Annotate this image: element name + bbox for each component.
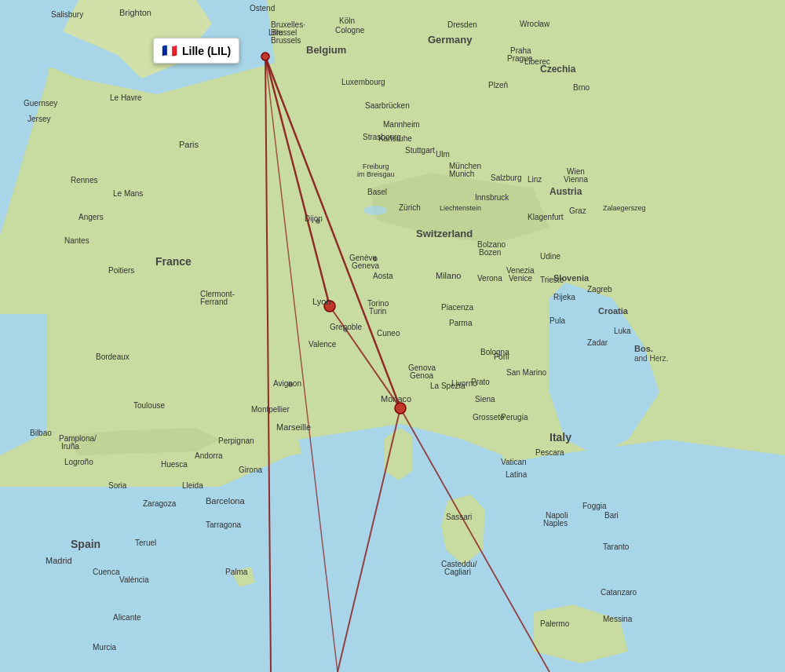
svg-text:Forlì: Forlì	[494, 352, 509, 361]
svg-text:Croatia: Croatia	[598, 306, 629, 316]
svg-text:Graz: Graz	[569, 206, 586, 215]
svg-text:Basel: Basel	[367, 188, 387, 196]
svg-text:Monaco: Monaco	[381, 394, 411, 404]
svg-text:Bozen: Bozen	[479, 248, 501, 257]
svg-text:Linz: Linz	[528, 175, 542, 184]
svg-text:Luka: Luka	[614, 327, 631, 335]
svg-text:Zalaegerszeg: Zalaegerszeg	[603, 204, 646, 212]
svg-text:San Marino: San Marino	[506, 368, 547, 377]
svg-text:Freiburg: Freiburg	[363, 163, 389, 170]
svg-text:Belgium: Belgium	[306, 44, 346, 56]
svg-text:Alicante: Alicante	[113, 613, 141, 622]
svg-text:Pula: Pula	[550, 316, 565, 325]
svg-text:Mannheim: Mannheim	[383, 120, 420, 129]
svg-text:Wrocław: Wrocław	[520, 20, 550, 28]
svg-text:Lleida: Lleida	[182, 481, 203, 490]
svg-text:Cagliari: Cagliari	[444, 568, 471, 576]
svg-text:Spain: Spain	[71, 538, 100, 550]
svg-text:Geneva: Geneva	[352, 261, 379, 270]
svg-text:Jersey: Jersey	[27, 115, 50, 123]
svg-text:Cuneo: Cuneo	[377, 329, 400, 338]
svg-text:Saarbrücken: Saarbrücken	[365, 101, 410, 110]
svg-text:Messina: Messina	[603, 615, 633, 623]
svg-text:Plzeň: Plzeň	[488, 81, 508, 89]
svg-text:Milano: Milano	[436, 271, 461, 280]
airport-name: Lille (LIL)	[182, 45, 231, 57]
svg-text:Switzerland: Switzerland	[416, 228, 473, 239]
svg-text:Palermo: Palermo	[540, 619, 570, 628]
svg-text:Bilbao: Bilbao	[30, 429, 52, 437]
svg-text:Cologne: Cologne	[335, 26, 365, 35]
svg-text:Perpignan: Perpignan	[218, 436, 254, 445]
svg-text:Salzburg: Salzburg	[491, 173, 521, 182]
svg-text:Piacenza: Piacenza	[441, 303, 474, 312]
svg-text:Valence: Valence	[309, 340, 337, 349]
svg-text:Zürich: Zürich	[399, 203, 421, 212]
svg-text:Avignon: Avignon	[273, 379, 301, 388]
svg-point-1	[363, 206, 387, 215]
svg-text:Pescara: Pescara	[535, 448, 564, 457]
svg-text:Sassari: Sassari	[446, 513, 472, 521]
svg-text:Tarragona: Tarragona	[206, 520, 241, 529]
svg-text:Austria: Austria	[550, 186, 582, 197]
svg-text:Brno: Brno	[573, 83, 590, 92]
svg-text:Le Mans: Le Mans	[113, 189, 143, 198]
svg-text:Grenoble: Grenoble	[330, 323, 363, 331]
svg-text:Cuenca: Cuenca	[93, 568, 120, 576]
svg-text:Zagreb: Zagreb	[587, 285, 612, 294]
svg-text:Paris: Paris	[179, 140, 199, 149]
svg-text:Rijeka: Rijeka	[553, 293, 575, 301]
svg-text:France: France	[155, 255, 192, 268]
svg-text:Innsbruck: Innsbruck	[475, 193, 509, 202]
map-svg: Brighton Salisbury Ostend Köln Cologne D…	[0, 0, 785, 672]
svg-text:Brighton: Brighton	[119, 8, 152, 17]
svg-text:Palma: Palma	[225, 568, 248, 576]
svg-text:Stuttgart: Stuttgart	[405, 146, 435, 155]
svg-text:Naples: Naples	[543, 519, 568, 528]
svg-text:Bari: Bari	[604, 511, 619, 520]
svg-text:Barcelona: Barcelona	[206, 496, 245, 506]
svg-text:Angers: Angers	[78, 213, 104, 221]
svg-text:Grosseto: Grosseto	[473, 413, 505, 422]
svg-text:Guernsey: Guernsey	[24, 99, 57, 108]
svg-text:Verona: Verona	[477, 274, 502, 283]
svg-text:Liechtenstein: Liechtenstein	[440, 204, 481, 212]
svg-text:Genoa: Genoa	[410, 371, 433, 380]
svg-text:Taranto: Taranto	[603, 542, 630, 551]
svg-text:Zadar: Zadar	[587, 338, 608, 347]
svg-text:Dijon: Dijon	[305, 214, 323, 223]
svg-text:Madrid: Madrid	[46, 556, 72, 565]
svg-text:Huesca: Huesca	[161, 460, 188, 469]
svg-text:Prato: Prato	[471, 378, 490, 386]
svg-text:and Herz.: and Herz.	[634, 354, 668, 363]
svg-text:Aosta: Aosta	[373, 272, 393, 280]
svg-text:im Breisgau: im Breisgau	[357, 170, 395, 178]
svg-text:Foggia: Foggia	[582, 502, 607, 510]
svg-text:Liberec: Liberec	[524, 57, 550, 66]
svg-text:Klagenfurt: Klagenfurt	[528, 213, 564, 221]
svg-text:Zaragoza: Zaragoza	[143, 499, 177, 508]
svg-text:Murcia: Murcia	[93, 643, 116, 652]
svg-text:Dresden: Dresden	[447, 20, 477, 29]
svg-text:Logroño: Logroño	[64, 458, 93, 466]
svg-text:Bordeaux: Bordeaux	[96, 352, 130, 361]
svg-text:Turin: Turin	[369, 307, 386, 316]
svg-text:Ferrand: Ferrand	[200, 298, 228, 306]
svg-text:Nantes: Nantes	[64, 236, 89, 245]
airport-label-popup: 🇫🇷 Lille (LIL)	[153, 38, 239, 64]
svg-text:Ostend: Ostend	[250, 4, 275, 13]
svg-text:Munich: Munich	[449, 170, 474, 178]
svg-text:Italy: Italy	[550, 431, 571, 444]
svg-text:Salisbury: Salisbury	[51, 10, 83, 19]
svg-text:Bos.: Bos.	[634, 344, 653, 353]
svg-text:Catanzaro: Catanzaro	[601, 588, 637, 597]
svg-text:Vatican: Vatican	[501, 458, 527, 466]
svg-text:València: València	[119, 575, 149, 584]
svg-text:Latina: Latina	[506, 470, 528, 479]
svg-text:Teruel: Teruel	[135, 539, 156, 547]
svg-text:Poitiers: Poitiers	[108, 266, 134, 275]
svg-text:Brussels: Brussels	[271, 36, 301, 45]
svg-text:Girona: Girona	[239, 466, 262, 474]
svg-text:Lyon: Lyon	[312, 297, 330, 306]
svg-text:Ulm: Ulm	[436, 150, 450, 159]
